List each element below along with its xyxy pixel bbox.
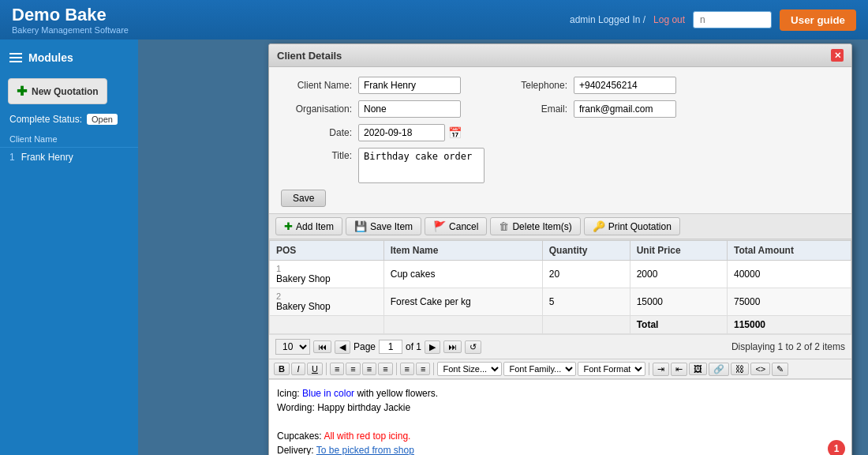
rt-align-center-button[interactable]: ≡ xyxy=(346,363,360,375)
client-list-item[interactable]: 1 Frank Henry xyxy=(0,148,138,167)
save-form-button[interactable]: Save xyxy=(281,190,326,207)
date-input[interactable] xyxy=(358,124,445,141)
organisation-input[interactable] xyxy=(358,100,461,118)
search-input[interactable] xyxy=(693,11,772,28)
complete-status-label: Complete Status: xyxy=(9,114,82,125)
client-name-select[interactable]: Frank Henry xyxy=(358,77,461,94)
total-row: Total 115000 xyxy=(270,316,851,334)
form-row-1: Client Name: Frank Henry Telephone: xyxy=(281,77,840,94)
col-pos: POS xyxy=(270,241,384,261)
of-label: of 1 xyxy=(406,341,421,352)
cell-unit-price: 2000 xyxy=(630,261,727,288)
rt-line-2: Wording: Happy birthday Jackie xyxy=(277,400,844,415)
rt-list-ordered-button[interactable]: ≡ xyxy=(400,363,414,375)
plus-icon: ✚ xyxy=(17,84,27,99)
sidebar-modules-header[interactable]: Modules xyxy=(0,47,138,72)
font-format-select[interactable]: Font Format xyxy=(578,362,645,376)
save-item-button[interactable]: 💾 Save Item xyxy=(346,217,421,235)
total-label-cell: Total xyxy=(630,316,727,334)
richtext-content[interactable]: Icing: Blue in color with yellow flowers… xyxy=(269,379,851,455)
email-input[interactable] xyxy=(574,100,676,118)
rt-divider-3 xyxy=(433,363,434,375)
cell-total-amount: 40000 xyxy=(727,261,851,288)
app-header: Demo Bake Bakery Management Software adm… xyxy=(0,0,868,39)
col-item-name: Item Name xyxy=(383,241,542,261)
total-empty-1 xyxy=(270,316,384,334)
prev-page-button[interactable]: ◀ xyxy=(335,340,350,354)
rt-unlink-button[interactable]: ⛓ xyxy=(731,363,749,375)
app-subtitle: Bakery Management Software xyxy=(12,25,129,35)
new-quotation-label: New Quotation xyxy=(32,86,99,97)
last-page-button[interactable]: ⏭ xyxy=(443,340,462,353)
notification-badge: 1 xyxy=(828,440,845,455)
sidebar: Modules ✚ New Quotation Complete Status:… xyxy=(0,39,138,455)
title-group: Title: Birthday cake order xyxy=(281,148,485,183)
save-item-label: Save Item xyxy=(370,221,413,232)
rt-underline-button[interactable]: U xyxy=(307,363,323,375)
per-page-select[interactable]: 10 25 50 xyxy=(275,339,310,355)
rt-link-button[interactable]: 🔗 xyxy=(709,363,729,376)
add-item-button[interactable]: ✚ Add Item xyxy=(275,217,342,235)
table-row[interactable]: 2Bakery Shop Forest Cake per kg 5 15000 … xyxy=(270,288,851,316)
status-badge: Open xyxy=(87,114,118,125)
cancel-label: Cancel xyxy=(449,221,478,232)
date-input-wrap: 📅 xyxy=(358,124,462,141)
title-textarea[interactable]: Birthday cake order xyxy=(358,148,485,183)
items-table-wrap: POS Item Name Quantity Unit Price Total … xyxy=(269,239,851,334)
rt-align-justify-button[interactable]: ≡ xyxy=(378,363,392,375)
form-row-4: Title: Birthday cake order xyxy=(281,148,840,183)
page-number-input[interactable] xyxy=(379,340,402,354)
font-family-select[interactable]: Font Family... xyxy=(503,362,576,376)
cancel-button[interactable]: 🚩 Cancel xyxy=(425,217,487,235)
rt-line-1: Icing: Blue in color with yellow flowers… xyxy=(277,386,844,400)
plus-circle-icon: ✚ xyxy=(284,220,293,232)
rt-align-right-button[interactable]: ≡ xyxy=(362,363,376,375)
rt-align-left-button[interactable]: ≡ xyxy=(330,363,344,375)
col-total-amount: Total Amount xyxy=(727,241,851,261)
delete-items-label: Delete Item(s) xyxy=(512,221,571,232)
rt-list-unordered-button[interactable]: ≡ xyxy=(416,363,430,375)
logout-link[interactable]: Log out xyxy=(653,14,685,25)
user-guide-button[interactable]: User guide xyxy=(780,9,856,31)
form-row-3: Date: 📅 xyxy=(281,124,840,141)
items-table: POS Item Name Quantity Unit Price Total … xyxy=(269,240,851,334)
delete-items-button[interactable]: 🗑 Delete Item(s) xyxy=(490,217,580,235)
new-quotation-button[interactable]: ✚ New Quotation xyxy=(8,78,107,104)
page-label: Page xyxy=(354,341,376,352)
print-quotation-label: Print Quotation xyxy=(608,221,672,232)
rt-edit-button[interactable]: ✎ xyxy=(772,363,788,376)
organisation-group: Organisation: xyxy=(281,100,461,118)
font-size-select[interactable]: Font Size... xyxy=(437,362,502,376)
calendar-icon[interactable]: 📅 xyxy=(448,126,462,139)
admin-logged-in: admin Logged In / xyxy=(570,14,645,25)
rt-indent-button[interactable]: ⇥ xyxy=(653,363,669,376)
total-empty-3 xyxy=(542,316,630,334)
first-page-button[interactable]: ⏮ xyxy=(313,340,331,353)
modules-label: Modules xyxy=(28,51,73,64)
refresh-button[interactable]: ↺ xyxy=(465,340,481,354)
app-title: Demo Bake xyxy=(12,5,129,25)
client-details-modal: Client Details ✕ Client Name: Frank Henr… xyxy=(268,43,852,455)
rt-image-button[interactable]: 🖼 xyxy=(689,363,707,375)
rt-line-5: Delivery: To be picked from shop xyxy=(277,443,844,455)
save-icon: 💾 xyxy=(354,220,367,232)
rt-bold-button[interactable]: B xyxy=(274,363,290,375)
header-right: admin Logged In / Log out User guide xyxy=(570,9,856,31)
next-page-button[interactable]: ▶ xyxy=(425,340,440,354)
rt-line-3 xyxy=(277,415,844,429)
modal-titlebar: Client Details ✕ xyxy=(269,44,851,67)
rt-italic-button[interactable]: I xyxy=(291,363,305,375)
rt-divider-2 xyxy=(396,363,397,375)
add-item-label: Add Item xyxy=(296,221,334,232)
client-name-select-wrap: Frank Henry xyxy=(358,77,461,94)
rt-outdent-button[interactable]: ⇤ xyxy=(671,363,687,376)
total-empty-2 xyxy=(383,316,542,334)
cell-total-amount: 75000 xyxy=(727,288,851,316)
rt-source-button[interactable]: <> xyxy=(750,363,770,375)
telephone-group: Telephone: xyxy=(496,77,676,94)
print-quotation-button[interactable]: 🔑 Print Quotation xyxy=(584,217,680,235)
telephone-input[interactable] xyxy=(574,77,676,94)
cell-unit-price: 15000 xyxy=(630,288,727,316)
table-row[interactable]: 1Bakery Shop Cup cakes 20 2000 40000 xyxy=(270,261,851,288)
modal-close-button[interactable]: ✕ xyxy=(831,49,844,62)
